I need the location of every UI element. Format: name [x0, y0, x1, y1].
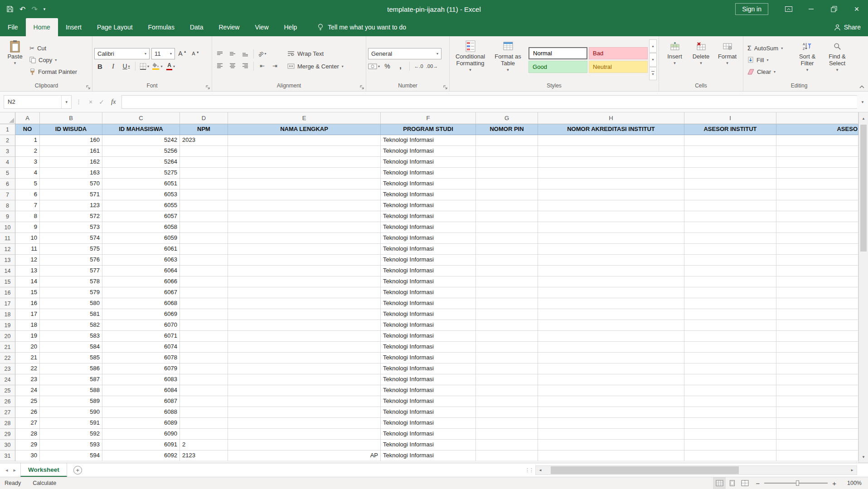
cell[interactable] — [776, 363, 858, 374]
cell[interactable] — [228, 396, 381, 407]
cell[interactable]: 585 — [40, 353, 102, 363]
cell[interactable]: 6067 — [102, 287, 180, 298]
row-header-29[interactable]: 29 — [0, 429, 15, 440]
cell[interactable]: 2023 — [180, 135, 228, 146]
header-cell[interactable]: PROGRAM STUDI — [381, 124, 476, 135]
row-header-17[interactable]: 17 — [0, 298, 15, 309]
zoom-slider-thumb[interactable] — [796, 480, 799, 486]
cell[interactable]: 578 — [40, 276, 102, 287]
cell[interactable]: 586 — [40, 363, 102, 374]
cell[interactable]: 6074 — [102, 342, 180, 353]
cell[interactable] — [476, 331, 538, 342]
cell[interactable]: 123 — [40, 200, 102, 211]
align-right-icon[interactable] — [239, 61, 251, 72]
cell[interactable]: 6055 — [102, 200, 180, 211]
cell[interactable] — [538, 450, 684, 461]
cell[interactable]: Teknologi Informasi — [381, 255, 476, 266]
cell[interactable]: 2 — [180, 440, 228, 450]
cell[interactable]: 12 — [15, 255, 40, 266]
tell-me-box[interactable]: Tell me what you want to do — [317, 18, 406, 36]
cell[interactable] — [684, 266, 776, 276]
cell[interactable]: 6066 — [102, 276, 180, 287]
cell[interactable]: Teknologi Informasi — [381, 168, 476, 179]
cell[interactable]: 2 — [15, 146, 40, 157]
cell[interactable]: Teknologi Informasi — [381, 363, 476, 374]
format-painter-button[interactable]: Format Painter — [27, 66, 79, 77]
styles-gallery-up-icon[interactable]: ▴ — [649, 39, 657, 53]
select-all-button[interactable] — [0, 112, 15, 124]
formula-cancel-icon[interactable]: × — [86, 98, 96, 106]
copy-button[interactable]: Copy ▾ — [27, 54, 79, 66]
cell[interactable]: 27 — [15, 418, 40, 429]
cell[interactable]: Teknologi Informasi — [381, 396, 476, 407]
cell[interactable]: 6089 — [102, 418, 180, 429]
share-button[interactable]: Share — [834, 18, 861, 36]
cell[interactable] — [538, 374, 684, 385]
cell[interactable] — [684, 189, 776, 200]
cell[interactable]: 6057 — [102, 211, 180, 222]
cell[interactable] — [228, 168, 381, 179]
alignment-dialog-launcher-icon[interactable] — [360, 85, 364, 90]
row-header-22[interactable]: 22 — [0, 353, 15, 363]
cell[interactable] — [776, 179, 858, 189]
cell[interactable]: 6068 — [102, 298, 180, 309]
top-align-icon[interactable] — [214, 48, 225, 59]
cell[interactable] — [538, 298, 684, 309]
cell[interactable]: 6079 — [102, 363, 180, 374]
cell[interactable] — [180, 353, 228, 363]
column-header-h[interactable]: H — [538, 112, 684, 124]
tab-view[interactable]: View — [247, 18, 276, 36]
cell[interactable]: 4 — [15, 168, 40, 179]
cell[interactable]: 581 — [40, 309, 102, 320]
cell[interactable] — [228, 211, 381, 222]
cell[interactable] — [538, 331, 684, 342]
zoom-level[interactable]: 100% — [841, 480, 862, 486]
cell[interactable]: 5275 — [102, 168, 180, 179]
italic-button[interactable]: I — [107, 61, 119, 72]
bold-button[interactable]: B — [94, 61, 106, 72]
cell[interactable] — [776, 189, 858, 200]
font-size-select[interactable]: 11 ▾ — [151, 48, 175, 59]
header-cell[interactable]: ID MAHASISWA — [102, 124, 180, 135]
cell[interactable]: 26 — [15, 407, 40, 418]
autosum-button[interactable]: Σ AutoSum ▾ — [745, 43, 792, 54]
cell[interactable] — [476, 429, 538, 440]
cell[interactable] — [776, 233, 858, 244]
orientation-icon[interactable]: ab▾ — [257, 48, 268, 59]
tab-home[interactable]: Home — [26, 18, 58, 36]
cell[interactable]: 161 — [40, 146, 102, 157]
cell[interactable] — [684, 440, 776, 450]
paste-button[interactable]: Paste ▾ — [3, 38, 27, 82]
row-header-10[interactable]: 10 — [0, 222, 15, 233]
cell[interactable] — [228, 331, 381, 342]
cell[interactable] — [776, 266, 858, 276]
tab-file[interactable]: File — [0, 18, 26, 36]
cell[interactable] — [476, 244, 538, 255]
minimize-button[interactable] — [800, 0, 823, 18]
undo-icon[interactable]: ↶ — [19, 5, 25, 14]
cell[interactable]: 2123 — [180, 450, 228, 461]
cell[interactable]: Teknologi Informasi — [381, 374, 476, 385]
cell[interactable]: Teknologi Informasi — [381, 244, 476, 255]
row-header-30[interactable]: 30 — [0, 440, 15, 450]
cell[interactable] — [476, 374, 538, 385]
cell[interactable] — [228, 407, 381, 418]
cell[interactable] — [228, 135, 381, 146]
wrap-text-button[interactable]: Wrap Text — [285, 48, 346, 59]
decrease-font-size-icon[interactable]: A▼ — [190, 48, 201, 59]
cell[interactable]: 575 — [40, 244, 102, 255]
row-header-2[interactable]: 2 — [0, 135, 15, 146]
cell[interactable] — [538, 363, 684, 374]
cell[interactable]: Teknologi Informasi — [381, 200, 476, 211]
cell[interactable]: 9 — [15, 222, 40, 233]
header-cell[interactable]: NAMA LENGKAP — [228, 124, 381, 135]
cell[interactable] — [538, 146, 684, 157]
cell[interactable]: 160 — [40, 135, 102, 146]
cell[interactable]: 18 — [15, 320, 40, 331]
cell[interactable] — [684, 309, 776, 320]
cell[interactable] — [684, 320, 776, 331]
cell[interactable]: Teknologi Informasi — [381, 418, 476, 429]
formula-enter-icon[interactable]: ✓ — [96, 98, 107, 106]
row-header-15[interactable]: 15 — [0, 276, 15, 287]
column-header-a[interactable]: A — [15, 112, 40, 124]
